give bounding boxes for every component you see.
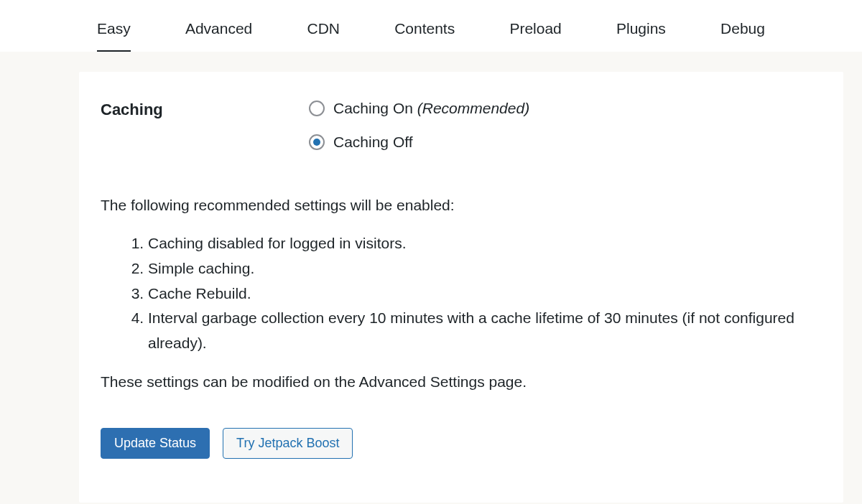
- tabs-container: Easy Advanced CDN Contents Preload Plugi…: [0, 0, 862, 52]
- settings-panel: Caching Caching On (Recommended) Caching…: [79, 72, 843, 503]
- description-outro: These settings can be modified on the Ad…: [101, 373, 822, 391]
- tab-plugins[interactable]: Plugins: [616, 20, 666, 50]
- radio-label: Caching On (Recommended): [333, 99, 529, 117]
- button-row: Update Status Try Jetpack Boost: [101, 428, 822, 459]
- description-list: Caching disabled for logged in visitors.…: [101, 231, 822, 355]
- panel-wrap: Caching Caching On (Recommended) Caching…: [0, 52, 862, 503]
- list-item: Cache Rebuild.: [148, 281, 822, 307]
- list-item: Caching disabled for logged in visitors.: [148, 231, 822, 256]
- tab-easy[interactable]: Easy: [97, 20, 131, 52]
- radio-caching-off[interactable]: Caching Off: [309, 133, 529, 151]
- radio-circle-unchecked-icon: [309, 101, 325, 116]
- radio-group-caching: Caching On (Recommended) Caching Off: [309, 99, 529, 151]
- tab-bar: Easy Advanced CDN Contents Preload Plugi…: [0, 0, 862, 52]
- radio-caching-on-hint: (Recommended): [417, 100, 529, 116]
- tab-debug[interactable]: Debug: [720, 20, 765, 50]
- try-jetpack-boost-button[interactable]: Try Jetpack Boost: [223, 428, 353, 459]
- list-item: Simple caching.: [148, 256, 822, 281]
- radio-caching-off-label: Caching Off: [333, 133, 413, 151]
- description-intro: The following recommended settings will …: [101, 197, 822, 214]
- list-item: Interval garbage collection every 10 min…: [148, 306, 822, 355]
- radio-circle-checked-icon: [309, 134, 325, 150]
- radio-caching-on-label: Caching On: [333, 100, 417, 116]
- tab-preload[interactable]: Preload: [509, 20, 561, 50]
- tab-contents[interactable]: Contents: [394, 20, 455, 50]
- description-block: The following recommended settings will …: [101, 197, 822, 390]
- tab-advanced[interactable]: Advanced: [185, 20, 252, 50]
- caching-row: Caching Caching On (Recommended) Caching…: [101, 99, 822, 151]
- section-title-caching: Caching: [101, 99, 309, 119]
- radio-caching-on[interactable]: Caching On (Recommended): [309, 99, 529, 117]
- update-status-button[interactable]: Update Status: [101, 428, 210, 459]
- tab-cdn[interactable]: CDN: [307, 20, 340, 50]
